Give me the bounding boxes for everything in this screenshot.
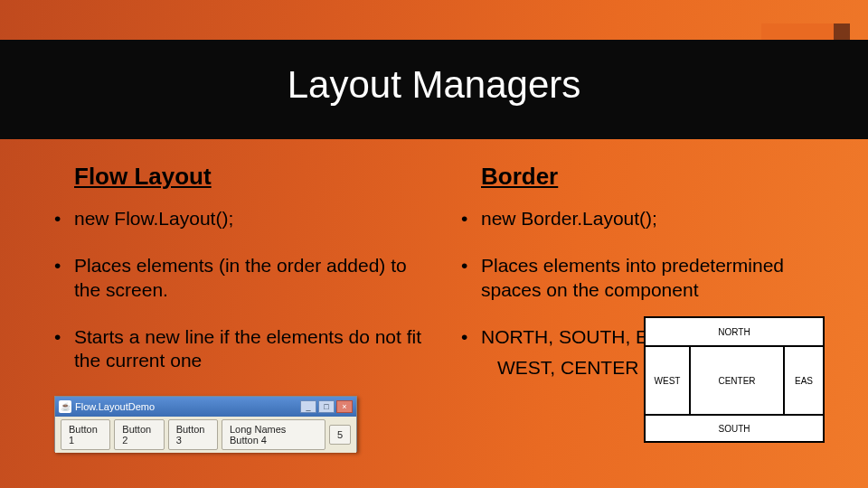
minimize-icon: _	[300, 400, 316, 413]
demo-button-4: Long Names Button 4	[222, 419, 326, 450]
close-icon: ×	[336, 400, 353, 413]
left-bullet-2: Places elements (in the order added) to …	[54, 254, 425, 302]
diagram-west: WEST	[646, 347, 689, 414]
left-bullets: new Flow.Layout(); Places elements (in t…	[54, 207, 425, 372]
left-column: Flow Layout new Flow.Layout(); Places el…	[54, 163, 425, 470]
left-heading: Flow Layout	[74, 163, 425, 191]
diagram-center: CENTER	[689, 347, 783, 414]
slide-title: Layout Managers	[0, 63, 868, 107]
accent-top-bar	[761, 23, 834, 40]
java-cup-icon: ☕	[59, 400, 71, 413]
demo-body: Button 1 Button 2 Button 3 Long Names Bu…	[55, 417, 356, 453]
right-column: Border new Border.Layout(); Places eleme…	[461, 163, 832, 470]
diagram-south: SOUTH	[646, 424, 823, 434]
maximize-icon: □	[318, 400, 335, 413]
demo-button-3: Button 3	[168, 419, 218, 450]
flowlayout-demo-window: ☕ Flow.LayoutDemo _ □ × Button 1 Button …	[54, 396, 357, 452]
demo-window-title: Flow.LayoutDemo	[75, 401, 155, 412]
diagram-south-row: SOUTH	[646, 414, 823, 441]
diagram-north: NORTH	[646, 318, 823, 345]
demo-button-1: Button 1	[61, 419, 110, 450]
right-bullet-2: Places elements into predetermined space…	[461, 254, 832, 302]
borderlayout-diagram: NORTH WEST CENTER EAS SOUTH	[644, 316, 825, 443]
content-area: Flow Layout new Flow.Layout(); Places el…	[54, 163, 832, 470]
diagram-mid-row: WEST CENTER EAS	[646, 345, 823, 414]
slide: Layout Managers Flow Layout new Flow.Lay…	[0, 0, 868, 488]
right-bullet-1: new Border.Layout();	[461, 207, 832, 230]
left-bullet-1: new Flow.Layout();	[54, 207, 425, 230]
demo-button-5: 5	[329, 425, 351, 445]
left-bullet-3: Starts a new line if the elements do not…	[54, 325, 425, 373]
right-heading: Border	[481, 163, 832, 191]
demo-button-2: Button 2	[114, 419, 164, 450]
diagram-east: EAS	[783, 347, 823, 414]
demo-titlebar: ☕ Flow.LayoutDemo _ □ ×	[55, 397, 356, 417]
